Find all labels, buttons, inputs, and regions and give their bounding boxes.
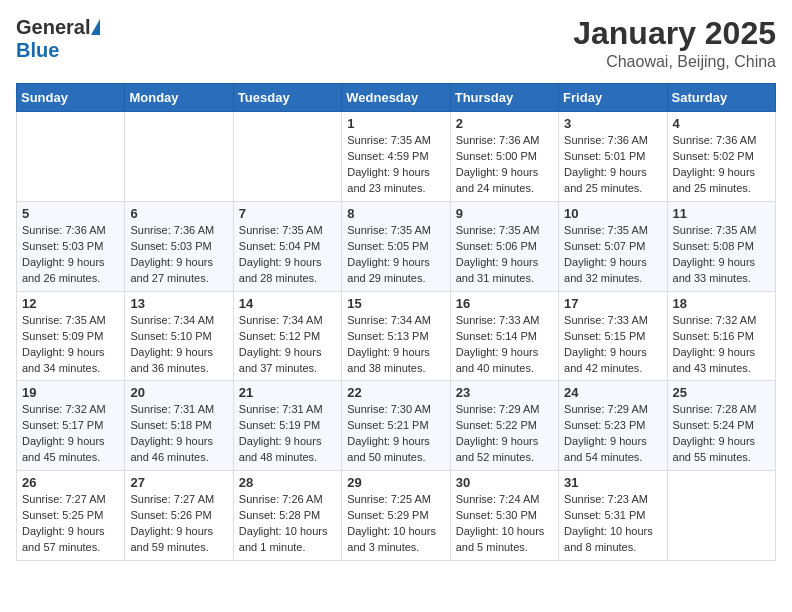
calendar-cell: 22Sunrise: 7:30 AM Sunset: 5:21 PM Dayli… xyxy=(342,381,450,471)
title-block: January 2025 Chaowai, Beijing, China xyxy=(573,16,776,71)
calendar-cell: 6Sunrise: 7:36 AM Sunset: 5:03 PM Daylig… xyxy=(125,201,233,291)
day-number: 29 xyxy=(347,475,444,490)
calendar-cell: 18Sunrise: 7:32 AM Sunset: 5:16 PM Dayli… xyxy=(667,291,775,381)
day-number: 31 xyxy=(564,475,661,490)
logo-blue: Blue xyxy=(16,39,59,62)
calendar-cell: 20Sunrise: 7:31 AM Sunset: 5:18 PM Dayli… xyxy=(125,381,233,471)
calendar-cell: 5Sunrise: 7:36 AM Sunset: 5:03 PM Daylig… xyxy=(17,201,125,291)
calendar-cell: 8Sunrise: 7:35 AM Sunset: 5:05 PM Daylig… xyxy=(342,201,450,291)
day-detail: Sunrise: 7:33 AM Sunset: 5:15 PM Dayligh… xyxy=(564,313,661,377)
logo-general: General xyxy=(16,16,90,39)
day-detail: Sunrise: 7:33 AM Sunset: 5:14 PM Dayligh… xyxy=(456,313,553,377)
day-number: 8 xyxy=(347,206,444,221)
day-detail: Sunrise: 7:30 AM Sunset: 5:21 PM Dayligh… xyxy=(347,402,444,466)
calendar-cell: 17Sunrise: 7:33 AM Sunset: 5:15 PM Dayli… xyxy=(559,291,667,381)
day-number: 17 xyxy=(564,296,661,311)
day-number: 24 xyxy=(564,385,661,400)
calendar-cell: 19Sunrise: 7:32 AM Sunset: 5:17 PM Dayli… xyxy=(17,381,125,471)
day-detail: Sunrise: 7:36 AM Sunset: 5:03 PM Dayligh… xyxy=(130,223,227,287)
calendar-cell: 21Sunrise: 7:31 AM Sunset: 5:19 PM Dayli… xyxy=(233,381,341,471)
calendar-cell: 14Sunrise: 7:34 AM Sunset: 5:12 PM Dayli… xyxy=(233,291,341,381)
day-detail: Sunrise: 7:25 AM Sunset: 5:29 PM Dayligh… xyxy=(347,492,444,556)
calendar-cell: 30Sunrise: 7:24 AM Sunset: 5:30 PM Dayli… xyxy=(450,471,558,561)
calendar-cell: 13Sunrise: 7:34 AM Sunset: 5:10 PM Dayli… xyxy=(125,291,233,381)
day-number: 30 xyxy=(456,475,553,490)
day-number: 13 xyxy=(130,296,227,311)
day-number: 3 xyxy=(564,116,661,131)
page-header: General Blue January 2025 Chaowai, Beiji… xyxy=(16,16,776,71)
day-detail: Sunrise: 7:26 AM Sunset: 5:28 PM Dayligh… xyxy=(239,492,336,556)
day-number: 23 xyxy=(456,385,553,400)
calendar-cell xyxy=(125,112,233,202)
calendar-table: SundayMondayTuesdayWednesdayThursdayFrid… xyxy=(16,83,776,561)
day-number: 6 xyxy=(130,206,227,221)
day-of-week-header: Monday xyxy=(125,84,233,112)
calendar-cell: 12Sunrise: 7:35 AM Sunset: 5:09 PM Dayli… xyxy=(17,291,125,381)
day-number: 5 xyxy=(22,206,119,221)
day-of-week-header: Wednesday xyxy=(342,84,450,112)
calendar-week-row: 1Sunrise: 7:35 AM Sunset: 4:59 PM Daylig… xyxy=(17,112,776,202)
day-number: 4 xyxy=(673,116,770,131)
day-number: 9 xyxy=(456,206,553,221)
calendar-cell: 15Sunrise: 7:34 AM Sunset: 5:13 PM Dayli… xyxy=(342,291,450,381)
calendar-cell xyxy=(233,112,341,202)
day-number: 28 xyxy=(239,475,336,490)
day-detail: Sunrise: 7:27 AM Sunset: 5:26 PM Dayligh… xyxy=(130,492,227,556)
day-detail: Sunrise: 7:24 AM Sunset: 5:30 PM Dayligh… xyxy=(456,492,553,556)
day-detail: Sunrise: 7:32 AM Sunset: 5:16 PM Dayligh… xyxy=(673,313,770,377)
day-detail: Sunrise: 7:29 AM Sunset: 5:23 PM Dayligh… xyxy=(564,402,661,466)
calendar-week-row: 19Sunrise: 7:32 AM Sunset: 5:17 PM Dayli… xyxy=(17,381,776,471)
day-detail: Sunrise: 7:35 AM Sunset: 5:09 PM Dayligh… xyxy=(22,313,119,377)
day-number: 16 xyxy=(456,296,553,311)
logo: General Blue xyxy=(16,16,100,62)
day-number: 19 xyxy=(22,385,119,400)
day-detail: Sunrise: 7:31 AM Sunset: 5:18 PM Dayligh… xyxy=(130,402,227,466)
day-detail: Sunrise: 7:27 AM Sunset: 5:25 PM Dayligh… xyxy=(22,492,119,556)
day-number: 11 xyxy=(673,206,770,221)
day-detail: Sunrise: 7:35 AM Sunset: 5:07 PM Dayligh… xyxy=(564,223,661,287)
logo-triangle-icon xyxy=(91,19,100,35)
month-title: January 2025 xyxy=(573,16,776,51)
day-detail: Sunrise: 7:35 AM Sunset: 4:59 PM Dayligh… xyxy=(347,133,444,197)
calendar-cell: 26Sunrise: 7:27 AM Sunset: 5:25 PM Dayli… xyxy=(17,471,125,561)
day-of-week-header: Tuesday xyxy=(233,84,341,112)
day-detail: Sunrise: 7:36 AM Sunset: 5:03 PM Dayligh… xyxy=(22,223,119,287)
day-of-week-header: Saturday xyxy=(667,84,775,112)
day-detail: Sunrise: 7:36 AM Sunset: 5:00 PM Dayligh… xyxy=(456,133,553,197)
day-detail: Sunrise: 7:35 AM Sunset: 5:06 PM Dayligh… xyxy=(456,223,553,287)
calendar-cell: 10Sunrise: 7:35 AM Sunset: 5:07 PM Dayli… xyxy=(559,201,667,291)
calendar-cell: 1Sunrise: 7:35 AM Sunset: 4:59 PM Daylig… xyxy=(342,112,450,202)
calendar-week-row: 5Sunrise: 7:36 AM Sunset: 5:03 PM Daylig… xyxy=(17,201,776,291)
calendar-cell: 28Sunrise: 7:26 AM Sunset: 5:28 PM Dayli… xyxy=(233,471,341,561)
location-title: Chaowai, Beijing, China xyxy=(573,53,776,71)
day-detail: Sunrise: 7:34 AM Sunset: 5:13 PM Dayligh… xyxy=(347,313,444,377)
day-detail: Sunrise: 7:28 AM Sunset: 5:24 PM Dayligh… xyxy=(673,402,770,466)
calendar-cell: 24Sunrise: 7:29 AM Sunset: 5:23 PM Dayli… xyxy=(559,381,667,471)
day-number: 15 xyxy=(347,296,444,311)
day-of-week-header: Thursday xyxy=(450,84,558,112)
day-detail: Sunrise: 7:32 AM Sunset: 5:17 PM Dayligh… xyxy=(22,402,119,466)
day-detail: Sunrise: 7:31 AM Sunset: 5:19 PM Dayligh… xyxy=(239,402,336,466)
day-of-week-header: Sunday xyxy=(17,84,125,112)
day-number: 7 xyxy=(239,206,336,221)
day-number: 14 xyxy=(239,296,336,311)
calendar-cell: 29Sunrise: 7:25 AM Sunset: 5:29 PM Dayli… xyxy=(342,471,450,561)
calendar-cell: 25Sunrise: 7:28 AM Sunset: 5:24 PM Dayli… xyxy=(667,381,775,471)
day-detail: Sunrise: 7:36 AM Sunset: 5:01 PM Dayligh… xyxy=(564,133,661,197)
day-number: 10 xyxy=(564,206,661,221)
calendar-cell: 9Sunrise: 7:35 AM Sunset: 5:06 PM Daylig… xyxy=(450,201,558,291)
day-number: 18 xyxy=(673,296,770,311)
calendar-cell: 7Sunrise: 7:35 AM Sunset: 5:04 PM Daylig… xyxy=(233,201,341,291)
day-number: 22 xyxy=(347,385,444,400)
calendar-header-row: SundayMondayTuesdayWednesdayThursdayFrid… xyxy=(17,84,776,112)
day-number: 1 xyxy=(347,116,444,131)
day-detail: Sunrise: 7:35 AM Sunset: 5:08 PM Dayligh… xyxy=(673,223,770,287)
calendar-cell: 2Sunrise: 7:36 AM Sunset: 5:00 PM Daylig… xyxy=(450,112,558,202)
day-detail: Sunrise: 7:29 AM Sunset: 5:22 PM Dayligh… xyxy=(456,402,553,466)
day-detail: Sunrise: 7:23 AM Sunset: 5:31 PM Dayligh… xyxy=(564,492,661,556)
day-number: 21 xyxy=(239,385,336,400)
calendar-week-row: 26Sunrise: 7:27 AM Sunset: 5:25 PM Dayli… xyxy=(17,471,776,561)
day-number: 25 xyxy=(673,385,770,400)
calendar-cell xyxy=(667,471,775,561)
day-detail: Sunrise: 7:35 AM Sunset: 5:04 PM Dayligh… xyxy=(239,223,336,287)
